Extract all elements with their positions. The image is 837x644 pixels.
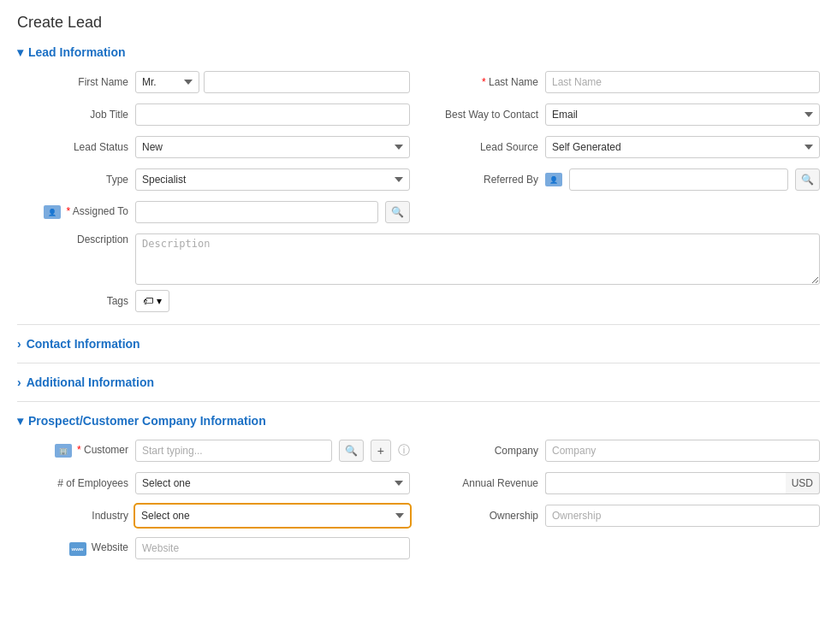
divider-1 — [17, 324, 820, 325]
lead-information-section: ▾ Lead Information First Name Mr. Ms. Mr… — [17, 45, 820, 312]
lead-status-label: Lead Status — [26, 141, 128, 153]
website-label: www Website — [26, 541, 128, 556]
last-name-input[interactable] — [545, 71, 820, 93]
industry-select[interactable]: Select one Technology Finance Healthcare… — [135, 505, 410, 527]
salutation-select[interactable]: Mr. Ms. Mrs. Dr. — [135, 71, 199, 93]
assigned-to-input[interactable]: Sofia Meyer — [135, 201, 378, 223]
lead-information-title: Lead Information — [28, 45, 126, 59]
tags-button[interactable]: 🏷 ▾ — [135, 290, 169, 312]
lead-information-body: First Name Mr. Ms. Mrs. Dr. David * Last… — [26, 71, 820, 312]
contact-information-title: Contact Information — [27, 337, 140, 351]
first-name-group: Mr. Ms. Mrs. Dr. David — [135, 71, 410, 93]
industry-label: Industry — [26, 510, 128, 522]
last-name-label: * Last Name — [436, 76, 538, 88]
assigned-to-label: 👤 * Assigned To — [26, 205, 128, 220]
num-employees-label: # of Employees — [26, 477, 128, 489]
assigned-to-icon: 👤 — [44, 205, 61, 219]
referred-by-search-button[interactable]: 🔍 — [795, 168, 820, 191]
lead-status-select[interactable]: New Assigned In Process Converted Recycl… — [135, 136, 410, 158]
contact-information-header[interactable]: › Contact Information — [17, 337, 820, 351]
contact-information-section: › Contact Information — [17, 337, 820, 351]
description-row: Description — [26, 233, 820, 285]
referred-by-icon: 👤 — [545, 173, 562, 186]
contact-chevron-icon: › — [17, 337, 21, 351]
description-label: Description — [26, 233, 128, 245]
type-select[interactable]: Specialist Analyst Manager Director VP C… — [135, 168, 410, 191]
first-name-label: First Name — [26, 76, 128, 88]
lead-source-select[interactable]: Self Generated Cold Call Existing Custom… — [545, 136, 820, 158]
num-employees-select[interactable]: Select one 1-10 11-50 51-200 201-500 500… — [135, 472, 410, 494]
best-way-label: Best Way to Contact — [436, 109, 538, 121]
divider-2 — [17, 363, 820, 363]
additional-information-header[interactable]: › Additional Information — [17, 375, 820, 389]
additional-information-section: › Additional Information — [17, 375, 820, 389]
additional-chevron-icon: › — [17, 375, 21, 389]
lead-chevron-icon: ▾ — [17, 45, 23, 59]
referred-by-label: Referred By — [436, 174, 538, 186]
customer-info-icon: ⓘ — [398, 443, 410, 458]
type-label: Type — [26, 174, 128, 186]
job-title-label: Job Title — [26, 109, 128, 121]
website-www-icon: www — [69, 542, 86, 556]
referred-by-input[interactable]: Sofia Meyer — [569, 168, 788, 191]
customer-search-button[interactable]: 🔍 — [339, 440, 364, 462]
prospect-information-title: Prospect/Customer Company Information — [28, 414, 266, 428]
currency-label: USD — [786, 472, 820, 494]
ownership-label: Ownership — [436, 510, 538, 522]
annual-revenue-input[interactable]: 0.00 — [545, 472, 786, 494]
tags-chevron: ▾ — [157, 295, 162, 307]
tags-row: Tags 🏷 ▾ — [26, 290, 820, 312]
lead-source-label: Lead Source — [436, 141, 538, 153]
assigned-to-search-button[interactable]: 🔍 — [385, 201, 410, 223]
page-title: Create Lead — [17, 14, 820, 32]
customer-input[interactable] — [135, 440, 332, 462]
website-input[interactable] — [135, 537, 410, 559]
prospect-information-body: 🏢 * Customer 🔍 + ⓘ Company # of Employee… — [26, 440, 820, 564]
job-title-input[interactable]: Software — [135, 103, 410, 126]
customer-building-icon: 🏢 — [55, 444, 72, 458]
annual-revenue-wrapper: 0.00 USD — [545, 472, 820, 494]
first-name-input[interactable]: David — [204, 71, 410, 93]
lead-information-header[interactable]: ▾ Lead Information — [17, 45, 820, 59]
customer-label: 🏢 * Customer — [26, 444, 128, 458]
ownership-input[interactable] — [545, 505, 820, 527]
tags-label: Tags — [26, 295, 128, 307]
industry-highlight-wrapper: Select one Technology Finance Healthcare… — [135, 505, 410, 527]
company-input[interactable] — [545, 440, 820, 462]
customer-add-button[interactable]: + — [371, 440, 391, 462]
additional-information-title: Additional Information — [27, 375, 154, 389]
company-label: Company — [436, 445, 538, 457]
annual-revenue-label: Annual Revenue — [436, 477, 538, 489]
prospect-chevron-icon: ▾ — [17, 414, 23, 428]
description-textarea[interactable] — [135, 233, 820, 285]
best-way-select[interactable]: Email Phone Other — [545, 103, 820, 126]
divider-3 — [17, 401, 820, 402]
tag-icon: 🏷 — [143, 295, 153, 307]
prospect-information-section: ▾ Prospect/Customer Company Information … — [17, 414, 820, 564]
prospect-information-header[interactable]: ▾ Prospect/Customer Company Information — [17, 414, 820, 428]
